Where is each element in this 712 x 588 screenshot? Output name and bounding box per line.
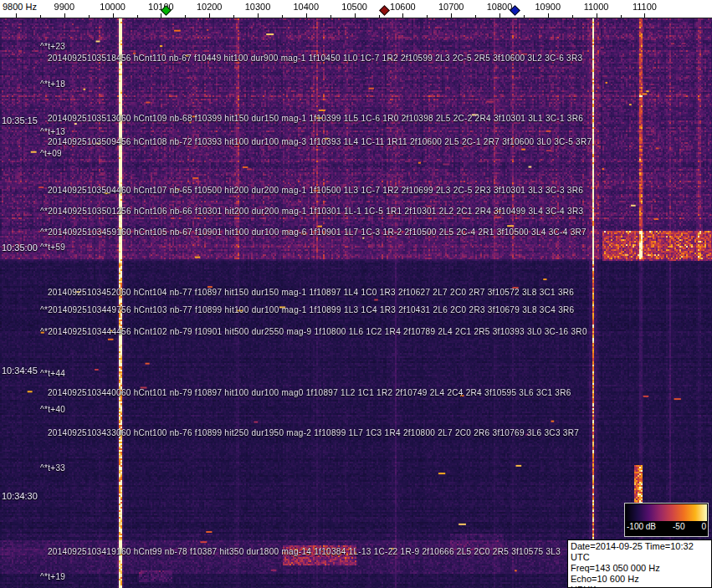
freq-tick-mark (644, 13, 645, 18)
freq-tick-mark (451, 13, 452, 18)
freq-tick-label: 11100 (633, 2, 657, 12)
freq-tick-mark (597, 13, 597, 18)
info-echo: Echo=10 600 Hz (571, 574, 709, 585)
meteor-spectrogram-screen: 9800 Hz990010000101001020010300104001050… (0, 0, 712, 588)
freq-tick-mark (40, 15, 41, 18)
freq-tick-mark (113, 13, 114, 18)
colorbar-legend: -100 dB -50 0 (624, 503, 709, 537)
colorbar-label-mid: -50 (673, 522, 684, 531)
freq-tick-label: 10700 (438, 2, 464, 12)
freq-tick-label: 10400 (294, 2, 320, 12)
freq-tick-label: 11000 (584, 2, 609, 12)
detection-log-line: 20140925103452060 hCnt104 nb-77 f10897 h… (48, 288, 574, 297)
freq-tick-mark (524, 15, 525, 18)
freq-tick-mark (137, 15, 138, 18)
freq-tick-mark (306, 13, 307, 18)
spectrogram-canvas (0, 18, 712, 588)
freq-tick-label: 10900 (535, 2, 561, 12)
detection-log-line: 20140925103509456 hCnt108 nb-72 f10393 h… (48, 137, 592, 146)
time-marker-label: ^*t+59 (40, 243, 65, 252)
detection-log-line: 20140925103504460 hCnt107 nb-65 f10500 h… (48, 186, 583, 195)
freq-tick-mark (548, 13, 549, 18)
red-diamond-marker[interactable] (379, 5, 390, 16)
freq-tick-label: 9900 (54, 2, 74, 12)
info-box: Date=2014-09-25 Time=10:32 UTC Freq=143 … (567, 539, 712, 588)
frequency-axis: 9800 Hz990010000101001020010300104001050… (0, 0, 712, 18)
freq-tick-label: 10600 (390, 2, 416, 12)
time-marker-label: ^t+09 (40, 149, 62, 158)
freq-tick-mark (475, 15, 476, 18)
freq-tick-mark (282, 15, 283, 18)
time-marker-label: ^*t+40 (40, 405, 65, 414)
freq-tick-mark (16, 13, 17, 18)
time-tick-label: 10:35:00 (2, 243, 38, 253)
detection-log-line: 20140925103433060 hCnt100 nb-76 f10899 h… (48, 428, 579, 437)
freq-tick-mark (209, 13, 210, 18)
detection-log-line: 20140925103518456 hCnt110 nb-67 f10449 h… (48, 54, 582, 63)
freq-tick-label: 10500 (341, 2, 367, 12)
time-marker-label: ^*t+44 (40, 369, 65, 378)
freq-tick-mark (89, 15, 90, 18)
freq-tick-mark (402, 13, 403, 18)
info-frequency: Freq=143 050 000 Hz (571, 563, 709, 574)
time-tick-label: 10:34:30 (2, 491, 38, 501)
detection-log-line: 20140925103440060 hCnt101 nb-79 f10897 h… (48, 388, 571, 397)
freq-tick-label: 10200 (197, 2, 223, 12)
freq-tick-label: 9800 Hz (3, 2, 37, 12)
colorbar-label-min: -100 dB (627, 522, 656, 531)
detection-log-line: ^*20140925103449756 hCnt103 nb-77 f10899… (40, 305, 574, 314)
detection-log-line: 20140925103419160 hCnt99 nb-78 f10387 hi… (48, 547, 561, 556)
freq-tick-label: 10000 (100, 2, 125, 12)
freq-tick-mark (233, 15, 234, 18)
detection-log-line: ^*20140925103501256 hCnt106 nb-66 f10301… (40, 207, 583, 216)
freq-tick-mark (621, 15, 622, 18)
time-marker-label: ^*t+13 (40, 127, 65, 136)
freq-tick-label: 10300 (245, 2, 271, 12)
time-marker-label: ^*t+18 (40, 79, 65, 89)
time-marker-label: ^*t+19 (40, 572, 65, 581)
freq-tick-mark (330, 15, 331, 18)
freq-tick-label: 10800 (487, 2, 513, 12)
info-date-time: Date=2014-09-25 Time=10:32 UTC (571, 541, 709, 563)
info-station-code: HPHK (571, 585, 709, 588)
colorbar-gradient (626, 504, 707, 521)
colorbar-labels: -100 dB -50 0 (625, 522, 708, 531)
time-tick-label: 10:34:45 (2, 366, 38, 376)
freq-tick-mark (258, 13, 259, 18)
detection-log-line: 20140925103513060 hCnt109 nb-68 f10399 h… (48, 114, 583, 123)
time-marker-label: ^*t+33 (40, 463, 65, 473)
freq-tick-mark (379, 15, 380, 18)
freq-tick-mark (64, 13, 65, 18)
freq-tick-mark (572, 15, 573, 18)
freq-tick-mark (427, 15, 428, 18)
time-marker-label: ^*t+23 (40, 42, 65, 51)
colorbar-label-max: 0 (701, 522, 706, 531)
detection-log-line: ^*20140925103444456 hCnt102 nb-79 f10901… (40, 327, 587, 336)
freq-tick-mark (499, 13, 500, 18)
freq-tick-mark (161, 13, 161, 18)
freq-tick-mark (355, 13, 356, 18)
detection-log-line: ^*20140925103459160 hCnt105 nb-67 f10901… (40, 228, 587, 237)
time-tick-label: 10:35:15 (2, 115, 38, 125)
freq-tick-mark (185, 15, 186, 18)
